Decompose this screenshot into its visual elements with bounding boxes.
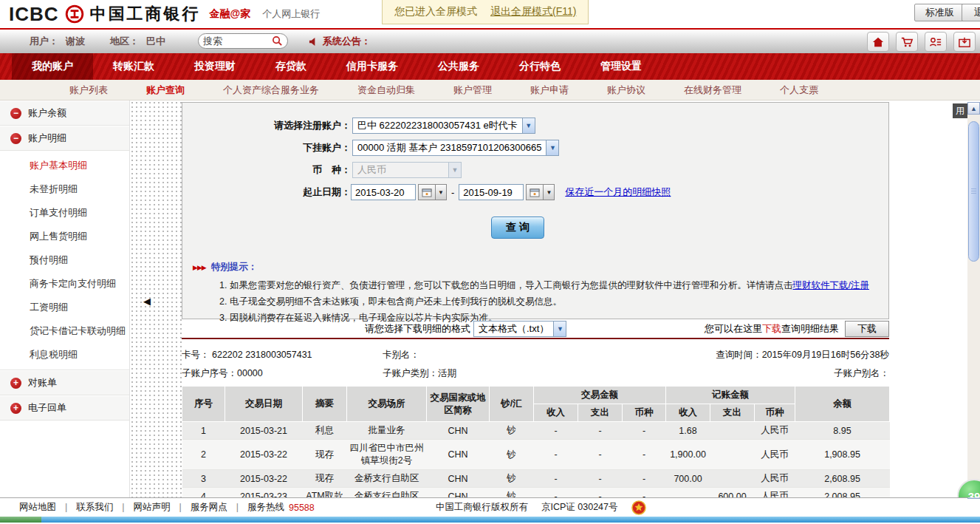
sub-nav-item[interactable]: 账户协议 (588, 84, 665, 97)
sidebar-item[interactable]: 未登折明细 (0, 177, 129, 201)
sub-nav-item[interactable]: 账户管理 (434, 84, 511, 97)
floating-tab[interactable]: 用 (953, 103, 967, 118)
exit-fullscreen-link[interactable]: 退出全屏模式(F11) (490, 5, 576, 18)
triple-arrow-icon: ▶▶▶ (193, 264, 206, 271)
date-to-input[interactable] (459, 184, 524, 200)
sidebar-item[interactable]: 工资明细 (0, 296, 129, 319)
register-account-label: 请选择注册账户： (182, 119, 351, 132)
sub-nav-item[interactable]: 个人资产综合服务业务 (204, 84, 338, 97)
cell-txn-income: - (534, 470, 578, 488)
card-alias: 卡别名： (383, 349, 636, 361)
scrollbar-thumb[interactable] (968, 121, 979, 262)
chevron-down-icon: ▼ (544, 184, 555, 200)
home-button[interactable] (867, 32, 889, 52)
main-nav-item[interactable]: 投资理财 (174, 53, 256, 80)
inbox-button[interactable] (953, 32, 976, 52)
col-place: 交易场所 (347, 387, 427, 422)
sub-account-type: 子账户类别：活期 (383, 367, 636, 380)
cell-book-outcome (710, 422, 755, 440)
cell-book-income (666, 488, 710, 498)
snapshot-link[interactable]: 保存近一个月的明细快照 (565, 186, 671, 199)
contacts-button[interactable] (925, 32, 947, 52)
exit-button[interactable]: 退出 (962, 4, 980, 21)
cart-button[interactable] (896, 32, 918, 52)
register-account-select[interactable]: 巴中 6222022318003057431 e时代卡 ▼ (352, 118, 535, 134)
sidebar-item[interactable]: 订单支付明细 (0, 201, 129, 225)
sub-nav-item[interactable]: 账户查询 (127, 84, 204, 97)
cell-seq: 2 (182, 440, 225, 470)
collapse-icon[interactable]: − (10, 133, 21, 144)
search-box[interactable] (198, 33, 288, 49)
cell-cash: 钞 (490, 440, 534, 470)
search-icon[interactable] (272, 35, 283, 47)
date-from-calendar-button[interactable]: ▼ (418, 184, 447, 200)
query-button[interactable]: 查 询 (491, 217, 544, 239)
main-nav-item[interactable]: 我的账户 (12, 53, 93, 80)
sidebar-collapse-arrow[interactable]: ◀ (143, 296, 151, 307)
main-nav-item[interactable]: 管理设置 (580, 53, 662, 80)
sub-nav-item[interactable]: 账户列表 (50, 84, 127, 97)
cell-summary: ATM取款 (303, 488, 347, 498)
cell-balance: 2,608.95 (795, 470, 890, 488)
cell-txn-outcome: - (578, 440, 623, 470)
cell-place: 批量业务 (347, 422, 427, 440)
main-nav-item[interactable]: 公共服务 (418, 53, 499, 80)
main-nav-item[interactable]: 存贷款 (256, 53, 326, 80)
main-nav-item[interactable]: 信用卡服务 (326, 53, 418, 80)
sidebar-group[interactable]: − 账户余额 (0, 101, 129, 126)
hotline-label: 服务热线 (247, 501, 284, 514)
footer-link[interactable]: 服务网点 (191, 502, 227, 512)
copyright-text: 中国工商银行版权所有 (436, 501, 528, 514)
scroll-up-arrow-icon[interactable]: ▲ (967, 102, 980, 115)
currency-value: 人民币 (353, 163, 391, 177)
footer-links: 网站地图|联系我们|网站声明|服务网点| (19, 501, 247, 514)
sub-nav-item[interactable]: 个人支票 (761, 84, 837, 97)
horizontal-scrollbar[interactable] (0, 517, 980, 523)
speaker-icon (309, 37, 318, 47)
search-input[interactable] (203, 35, 267, 47)
sidebar-item[interactable]: 贷记卡借记卡联动明细 (0, 319, 129, 343)
sidebar-item[interactable]: 预付明细 (0, 248, 129, 272)
finance-software-link[interactable]: 理财软件下载/注册 (792, 280, 868, 290)
collapse-icon[interactable]: − (10, 108, 21, 119)
sidebar-item[interactable]: 商务卡定向支付明细 (0, 272, 129, 296)
col-cash: 钞/汇 (490, 387, 534, 422)
download-format-select[interactable]: 文本格式（.txt） ▼ (473, 321, 566, 337)
region-label: 地区： (110, 35, 139, 48)
sub-account-select[interactable]: 00000 活期 基本户 2318597101206300665 ▼ (352, 140, 559, 156)
main-nav-item[interactable]: 转账汇款 (93, 53, 174, 80)
sidebar-group[interactable]: + 对账单 (0, 370, 129, 395)
expand-icon[interactable]: + (10, 403, 21, 414)
sidebar-item[interactable]: 网上售货明细 (0, 225, 129, 248)
cell-date: 2015-03-21 (225, 422, 303, 440)
cell-seq: 1 (182, 422, 225, 440)
bank-name: 中国工商银行 (90, 3, 201, 25)
sidebar-group[interactable]: + 电子回单 (0, 395, 129, 421)
col-seq: 序号 (182, 387, 225, 422)
sub-nav-item[interactable]: 账户申请 (511, 84, 588, 97)
expand-icon[interactable]: + (10, 378, 21, 389)
horizontal-scrollbar-thumb[interactable] (0, 517, 41, 523)
footer-link[interactable]: 网站声明 (134, 502, 171, 512)
sidebar-item[interactable]: 利息税明细 (0, 343, 129, 367)
table-row: 1 2015-03-21 利息 批量业务 CHN 钞 - - - 1.68 人民… (182, 422, 890, 440)
date-from-input[interactable] (351, 184, 416, 200)
sub-nav-item[interactable]: 资金自动归集 (338, 84, 434, 97)
main-panel: 请选择注册账户： 巴中 6222022318003057431 e时代卡 ▼ 下… (182, 101, 980, 497)
footer-link[interactable]: 联系我们 (76, 502, 113, 512)
vertical-scrollbar[interactable]: ▲ ▼ (967, 102, 980, 499)
download-button[interactable]: 下载 (845, 321, 889, 337)
cell-country: CHN (427, 440, 490, 470)
cell-book-currency: 人民币 (755, 488, 795, 498)
quick-icons (867, 32, 976, 52)
cell-summary: 现存 (303, 440, 347, 470)
cell-book-currency: 人民币 (755, 440, 795, 470)
date-to-calendar-button[interactable]: ▼ (526, 184, 555, 200)
main-nav-item[interactable]: 分行特色 (499, 53, 580, 80)
sub-nav-item[interactable]: 在线财务管理 (665, 84, 761, 97)
standard-version-button[interactable]: 标准版 (914, 4, 965, 21)
sidebar-item[interactable]: 账户基本明细 (0, 154, 129, 177)
sidebar-group[interactable]: − 账户明细 (0, 126, 129, 151)
chevron-down-icon: ▼ (546, 140, 558, 155)
footer-link[interactable]: 网站地图 (19, 502, 56, 512)
